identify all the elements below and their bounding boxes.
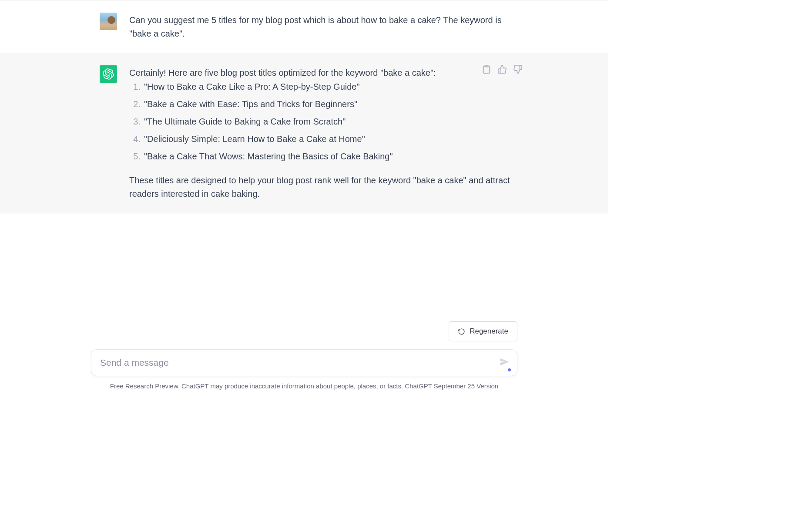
message-action-icons: [482, 64, 523, 74]
assistant-message-inner: Certainly! Here are five blog post title…: [47, 53, 561, 213]
title-item-text: "The Ultimate Guide to Baking a Cake fro…: [144, 115, 346, 128]
title-item-text: "Bake a Cake That Wows: Mastering the Ba…: [144, 149, 393, 163]
list-item: "How to Bake a Cake Like a Pro: A Step-b…: [144, 80, 520, 94]
thumbs-up-icon[interactable]: [497, 64, 507, 74]
thumbs-down-icon[interactable]: [513, 64, 523, 74]
footer-note-text: Free Research Preview. ChatGPT may produ…: [110, 382, 405, 390]
user-message-content: Can you suggest me 5 titles for my blog …: [129, 13, 520, 40]
status-dot-icon: [508, 368, 511, 371]
assistant-message-content: Certainly! Here are five blog post title…: [129, 65, 520, 201]
title-item-text: "Bake a Cake with Ease: Tips and Tricks …: [144, 97, 357, 111]
message-input-box: [91, 349, 517, 376]
title-item-text: "Deliciously Simple: Learn How to Bake a…: [144, 132, 365, 146]
send-icon: [500, 357, 509, 367]
title-list: "How to Bake a Cake Like a Pro: A Step-b…: [129, 80, 520, 163]
assistant-outro-text: These titles are designed to help your b…: [129, 174, 520, 201]
chat-container: Can you suggest me 5 titles for my blog …: [0, 0, 608, 213]
list-item: "Bake a Cake with Ease: Tips and Tricks …: [144, 97, 520, 111]
copy-icon[interactable]: [482, 64, 491, 74]
svg-rect-0: [485, 65, 488, 67]
user-message-inner: Can you suggest me 5 titles for my blog …: [47, 0, 561, 53]
regenerate-button[interactable]: Regenerate: [449, 321, 517, 341]
list-item: "Bake a Cake That Wows: Mastering the Ba…: [144, 149, 520, 163]
assistant-intro-text: Certainly! Here are five blog post title…: [129, 66, 520, 80]
user-message-text: Can you suggest me 5 titles for my blog …: [129, 13, 520, 40]
user-avatar: [100, 13, 117, 30]
user-message-row: Can you suggest me 5 titles for my blog …: [0, 0, 608, 53]
version-link[interactable]: ChatGPT September 25 Version: [405, 382, 498, 390]
openai-logo-icon: [103, 68, 114, 80]
input-row: [47, 349, 561, 376]
message-input[interactable]: [100, 357, 493, 368]
bottom-area: Regenerate Free Research Preview. ChatGP…: [0, 321, 608, 394]
regenerate-icon: [458, 328, 465, 335]
regenerate-label: Regenerate: [470, 327, 508, 336]
regenerate-row: Regenerate: [47, 321, 561, 349]
send-button[interactable]: [500, 357, 509, 368]
list-item: "Deliciously Simple: Learn How to Bake a…: [144, 132, 520, 146]
footer-note: Free Research Preview. ChatGPT may produ…: [0, 382, 608, 390]
assistant-avatar: [100, 65, 117, 83]
title-item-text: "How to Bake a Cake Like a Pro: A Step-b…: [144, 80, 360, 94]
assistant-message-row: Certainly! Here are five blog post title…: [0, 53, 608, 213]
list-item: "The Ultimate Guide to Baking a Cake fro…: [144, 115, 520, 128]
